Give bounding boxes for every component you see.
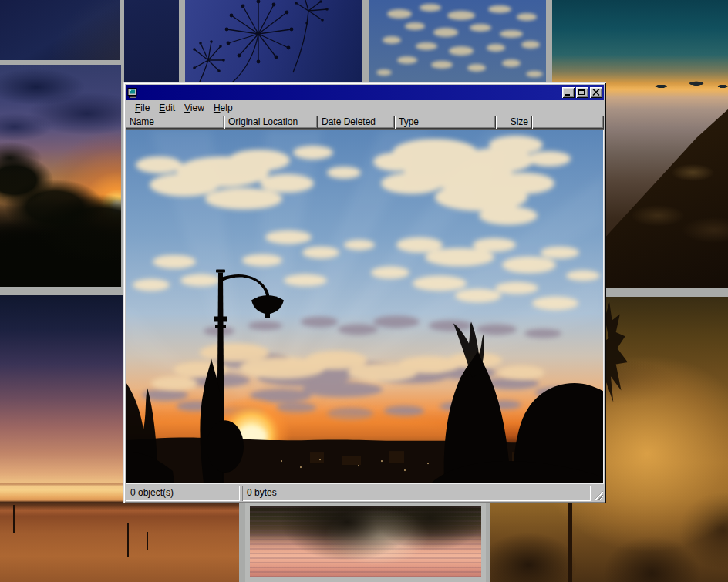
maximize-icon bbox=[578, 89, 585, 95]
close-button[interactable] bbox=[590, 87, 602, 98]
menu-edit[interactable]: Edit bbox=[154, 101, 180, 115]
column-header-row: Name Original Location Date Deleted Type… bbox=[126, 116, 604, 129]
status-bar: 0 object(s) 0 bytes bbox=[126, 484, 604, 501]
pole-silhouette bbox=[568, 503, 572, 582]
wallpaper-tile-sunset-rays bbox=[0, 65, 121, 287]
menu-bar: File Edit View Help bbox=[126, 100, 604, 116]
computer-icon bbox=[127, 88, 138, 98]
column-header-original-location[interactable]: Original Location bbox=[224, 116, 318, 129]
titlebar-buttons bbox=[562, 87, 602, 98]
lake-stick bbox=[127, 523, 129, 557]
file-list-area[interactable] bbox=[126, 129, 604, 484]
column-header-name[interactable]: Name bbox=[126, 116, 224, 129]
resize-grip[interactable] bbox=[593, 486, 604, 501]
desktop-wallpaper: File Edit View Help Name Original Locati… bbox=[0, 0, 728, 582]
column-header-size[interactable]: Size bbox=[496, 116, 532, 129]
column-header-type[interactable]: Type bbox=[395, 116, 496, 129]
wallpaper-tile-navy-sky-2 bbox=[124, 0, 179, 83]
maximize-button[interactable] bbox=[576, 87, 588, 98]
menu-help[interactable]: Help bbox=[209, 101, 238, 115]
lake-stick bbox=[13, 505, 15, 533]
status-object-count: 0 object(s) bbox=[126, 486, 240, 501]
wallpaper-tile-flower-silhouette bbox=[185, 0, 362, 83]
menu-file[interactable]: File bbox=[130, 101, 154, 115]
wallpaper-tile-water-reflection bbox=[245, 502, 486, 582]
close-icon bbox=[592, 88, 601, 96]
lake-stick bbox=[147, 532, 148, 550]
minimize-icon bbox=[565, 94, 570, 96]
menu-view[interactable]: View bbox=[180, 101, 209, 115]
column-header-date-deleted[interactable]: Date Deleted bbox=[318, 116, 395, 129]
sunset-photo bbox=[126, 130, 603, 483]
status-size: 0 bytes bbox=[242, 486, 591, 501]
recycle-bin-window: File Edit View Help Name Original Locati… bbox=[123, 82, 606, 503]
window-titlebar[interactable] bbox=[126, 85, 604, 100]
column-header-filler bbox=[532, 116, 604, 129]
wallpaper-tile-navy-sky bbox=[0, 0, 120, 60]
cloud-sky-drawing bbox=[369, 0, 546, 83]
minimize-button[interactable] bbox=[562, 87, 575, 98]
flower-silhouette-drawing bbox=[185, 0, 362, 83]
wallpaper-tile-cloud-sky bbox=[369, 0, 546, 83]
